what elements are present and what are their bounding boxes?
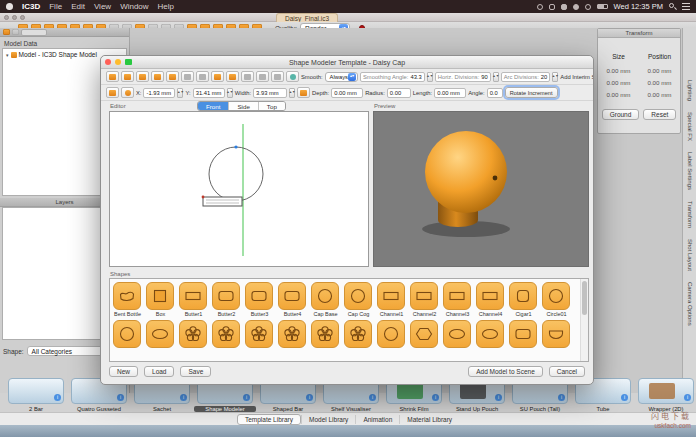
view-tab-side[interactable]: Side — [228, 102, 257, 110]
shape-tile-box[interactable]: Box — [146, 282, 175, 317]
info-icon[interactable]: i — [432, 394, 439, 401]
smoothing-angle-field[interactable]: Smoothing Angle: 43.3 — [360, 72, 425, 82]
shape-tile-butter1[interactable]: Butter1 — [179, 282, 208, 317]
undo-icon[interactable] — [181, 71, 194, 82]
side-tab-camera-options[interactable]: Camera Options — [687, 282, 693, 326]
shape-tile[interactable] — [509, 320, 538, 348]
rotate-increment-button[interactable]: Rotate Increment — [505, 87, 558, 98]
info-icon[interactable]: i — [495, 394, 502, 401]
spotlight-search-icon[interactable] — [669, 3, 676, 10]
panel-icon-1[interactable] — [3, 29, 10, 35]
menu-item-edit[interactable]: Edit — [71, 2, 85, 11]
ground-button[interactable]: Ground — [602, 109, 640, 120]
dialog-titlebar[interactable]: Shape Modeler Template - Daisy Cap — [101, 56, 593, 69]
shape-tile[interactable] — [542, 320, 571, 348]
add-shape-icon[interactable] — [211, 71, 224, 82]
shape-tile[interactable] — [377, 320, 406, 348]
shape-tile[interactable] — [344, 320, 373, 348]
save-button[interactable]: Save — [180, 366, 211, 377]
menu-item-window[interactable]: Window — [120, 2, 148, 11]
status-icon-2[interactable] — [549, 4, 555, 10]
template-tile-wrapper-2d-[interactable]: i — [638, 378, 694, 404]
shape-tile[interactable] — [179, 320, 208, 348]
length-field[interactable]: 0.00 mm — [434, 88, 466, 98]
apple-icon[interactable] — [6, 3, 13, 10]
select-arrow-icon[interactable] — [106, 71, 119, 82]
info-icon[interactable]: i — [684, 394, 691, 401]
shape-tile-channel2[interactable]: Channel2 — [410, 282, 439, 317]
cancel-button[interactable]: Cancel — [549, 366, 585, 377]
move-point-icon[interactable] — [121, 87, 134, 98]
shape-swatch-icon[interactable] — [106, 87, 119, 98]
info-icon[interactable]: i — [243, 394, 250, 401]
view-tab-front[interactable]: Front — [198, 102, 228, 110]
preview-pane[interactable] — [373, 111, 589, 267]
side-tab-transform[interactable]: Transform — [687, 201, 693, 228]
info-icon[interactable]: i — [621, 394, 628, 401]
y-field[interactable]: 31.41 mm — [193, 88, 225, 98]
document-tab[interactable]: Daisy_Final.ic3 — [276, 13, 338, 22]
shape-tile[interactable] — [443, 320, 472, 348]
marker-icon[interactable] — [226, 71, 239, 82]
menu-item-file[interactable]: File — [49, 2, 62, 11]
new-button[interactable]: New — [109, 366, 138, 377]
stepper-icon[interactable]: ▲▼ — [177, 88, 183, 98]
edit-pencil-icon[interactable] — [297, 87, 310, 98]
add-model-to-scene-button[interactable]: Add Model to Scene — [468, 366, 543, 377]
panel-icon-2[interactable] — [12, 29, 19, 35]
status-icon-3[interactable] — [561, 4, 567, 10]
pan-hand-icon[interactable] — [151, 71, 164, 82]
shape-tile-channel3[interactable]: Channel3 — [443, 282, 472, 317]
info-icon[interactable]: i — [117, 394, 124, 401]
depth-field[interactable]: 0.00 mm — [331, 88, 363, 98]
side-tab-shot-layout[interactable]: Shot Layout — [687, 239, 693, 271]
shape-tile-cigar1[interactable]: Cigar1 — [509, 282, 538, 317]
menu-item-view[interactable]: View — [94, 2, 111, 11]
shape-tile-channel4[interactable]: Channel4 — [476, 282, 505, 317]
shape-tile-cap-cog[interactable]: Cap Cog — [344, 282, 373, 317]
menu-item-help[interactable]: Help — [158, 2, 174, 11]
draw-line-icon[interactable] — [241, 71, 254, 82]
redo-icon[interactable] — [196, 71, 209, 82]
info-icon[interactable]: i — [369, 394, 376, 401]
zoom-in-icon[interactable] — [121, 71, 134, 82]
radius-field[interactable]: 0.00 — [387, 88, 411, 98]
draw-bezier-icon[interactable] — [271, 71, 284, 82]
template-tile-2-bar[interactable]: i — [8, 378, 64, 404]
stepper-icon[interactable]: ▲▼ — [552, 72, 558, 82]
shape-tile[interactable] — [410, 320, 439, 348]
menubar-clock[interactable]: Wed 12:35 PM — [614, 2, 663, 11]
fit-view-icon[interactable] — [166, 71, 179, 82]
load-button[interactable]: Load — [144, 366, 174, 377]
info-icon[interactable]: i — [180, 394, 187, 401]
shape-tile-cap-base[interactable]: Cap Base — [311, 282, 340, 317]
editor-pane[interactable] — [109, 111, 369, 267]
stepper-icon[interactable]: ▲▼ — [493, 72, 499, 82]
menu-item-ic3d[interactable]: IC3D — [22, 2, 40, 11]
shape-tile-butter3[interactable]: Butter3 — [245, 282, 274, 317]
info-icon[interactable]: i — [558, 394, 565, 401]
zoom-out-icon[interactable] — [136, 71, 149, 82]
info-icon[interactable]: i — [306, 394, 313, 401]
snap-point-icon[interactable] — [286, 71, 299, 82]
side-tab-lighting[interactable]: Lighting — [687, 80, 693, 101]
angle-field[interactable]: 0.0 — [487, 88, 503, 98]
shape-tile[interactable] — [245, 320, 274, 348]
shape-tile[interactable] — [311, 320, 340, 348]
stepper-icon[interactable]: ▲▼ — [289, 88, 295, 98]
library-tab-material-library[interactable]: Material Library — [399, 415, 459, 424]
shape-tile[interactable] — [113, 320, 142, 348]
view-tab-top[interactable]: Top — [258, 102, 285, 110]
shape-tile[interactable] — [476, 320, 505, 348]
shape-tile-bent-bottle[interactable]: Bent Bottle — [113, 282, 142, 317]
draw-curve-icon[interactable] — [256, 71, 269, 82]
shapes-scrollbar[interactable] — [580, 279, 588, 361]
disclosure-triangle-icon[interactable]: ▾ — [6, 52, 9, 58]
width-field[interactable]: 3.93 mm — [253, 88, 287, 98]
shape-tile-circle01[interactable]: Circle01 — [542, 282, 571, 317]
window-controls[interactable] — [4, 15, 25, 20]
stepper-icon[interactable]: ▲▼ — [227, 88, 233, 98]
library-tab-animation[interactable]: Animation — [355, 415, 399, 424]
horiz-divisions-field[interactable]: Horiz. Divisions: 90 — [435, 72, 491, 82]
bluetooth-icon[interactable] — [573, 4, 579, 10]
